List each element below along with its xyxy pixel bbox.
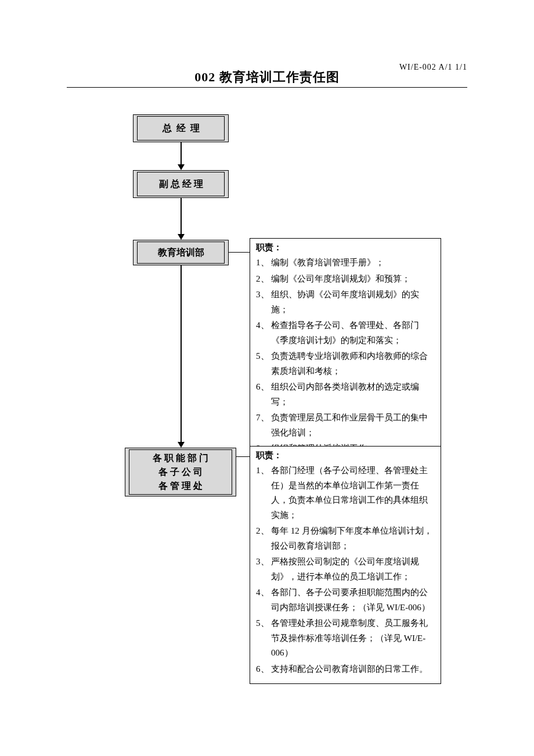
desc-item: 5、负责选聘专业培训教师和内培教师的综合素质培训和考核； — [256, 349, 435, 379]
svg-marker-5 — [178, 442, 185, 448]
desc-box-dept: 职责： 1、各部门经理（各子公司经理、各管理处主任）是当然的本单位培训工作第一责… — [250, 446, 441, 684]
desc-item: 6、支持和配合公司教育培训部的日常工作。 — [256, 662, 435, 677]
desc-item: 6、组织公司内部各类培训教材的选定或编写； — [256, 380, 435, 409]
arrow-down-icon — [178, 142, 185, 170]
desc-item-number: 3、 — [256, 287, 271, 317]
desc-item-number: 1、 — [256, 255, 271, 271]
desc-item-text: 每年 12 月份编制下年度本单位培训计划，报公司教育培训部； — [271, 524, 435, 553]
desc-item-text: 严格按照公司制定的《公司年度培训规划》，进行本单位的员工培训工作； — [271, 555, 435, 584]
node-education-dept: 教育培训部 — [133, 240, 229, 265]
flow-canvas: 总 经 理 副 总 经 理 教育培训部 职责： 1、编制《教育培训管理手册》；2… — [0, 87, 534, 668]
desc-item: 7、负责管理层员工和作业层骨干员工的集中强化培训； — [256, 411, 435, 440]
desc-item: 4、检查指导各子公司、各管理处、各部门《季度培训计划》的制定和落实； — [256, 318, 435, 348]
connector-line — [236, 456, 250, 457]
page-title: 002 教育培训工作责任图 — [194, 70, 340, 84]
arrow-down-icon — [178, 265, 185, 448]
desc-item-text: 各管理处承担公司规章制度、员工服务礼节及操作标准等培训任务；（详见 WI/E-0… — [271, 616, 435, 661]
desc-item-number: 5、 — [256, 349, 271, 379]
desc-box-edu: 职责： 1、编制《教育培训管理手册》；2、编制《公司年度培训规划》和预算；3、组… — [250, 238, 441, 480]
desc-item: 2、每年 12 月份编制下年度本单位培训计划，报公司教育培训部； — [256, 524, 435, 553]
desc-item: 4、各部门、各子公司要承担职能范围内的公司内部培训授课任务；（详见 WI/E-0… — [256, 585, 435, 615]
node-departments: 各 职 能 部 门 各 子 公 司 各 管 理 处 — [125, 448, 236, 496]
node-general-manager: 总 经 理 — [133, 114, 229, 142]
desc-item-text: 各部门经理（各子公司经理、各管理处主任）是当然的本单位培训工作第一责任人，负责本… — [271, 463, 435, 523]
desc-item-number: 1、 — [256, 463, 271, 523]
desc-list-edu: 1、编制《教育培训管理手册》；2、编制《公司年度培训规划》和预算；3、组织、协调… — [256, 255, 435, 472]
desc-item-text: 组织、协调《公司年度培训规划》的实施； — [271, 287, 435, 317]
desc-item: 2、编制《公司年度培训规划》和预算； — [256, 272, 435, 287]
desc-item-number: 4、 — [256, 585, 271, 615]
desc-item-text: 编制《公司年度培训规划》和预算； — [271, 272, 435, 287]
node-label: 总 经 理 — [137, 116, 225, 141]
desc-item: 3、严格按照公司制定的《公司年度培训规划》，进行本单位的员工培训工作； — [256, 555, 435, 584]
svg-marker-3 — [178, 234, 185, 240]
title-rule: 002 教育培训工作责任图 — [67, 69, 467, 88]
node-deputy-gm: 副 总 经 理 — [133, 170, 229, 198]
desc-item-number: 6、 — [256, 662, 271, 677]
desc-item-number: 2、 — [256, 272, 271, 287]
desc-list-dept: 1、各部门经理（各子公司经理、各管理处主任）是当然的本单位培训工作第一责任人，负… — [256, 463, 435, 676]
desc-title: 职责： — [256, 242, 435, 253]
desc-item-text: 检查指导各子公司、各管理处、各部门《季度培训计划》的制定和落实； — [271, 318, 435, 348]
desc-item: 3、组织、协调《公司年度培训规划》的实施； — [256, 287, 435, 317]
arrow-down-icon — [178, 198, 185, 240]
desc-item-text: 组织公司内部各类培训教材的选定或编写； — [271, 380, 435, 409]
desc-item-number: 7、 — [256, 411, 271, 440]
desc-item-text: 各部门、各子公司要承担职能范围内的公司内部培训授课任务；（详见 WI/E-006… — [271, 585, 435, 615]
node-label: 各 职 能 部 门 各 子 公 司 各 管 理 处 — [129, 449, 232, 495]
desc-item: 5、各管理处承担公司规章制度、员工服务礼节及操作标准等培训任务；（详见 WI/E… — [256, 616, 435, 661]
desc-item-number: 3、 — [256, 555, 271, 584]
desc-item-text: 负责选聘专业培训教师和内培教师的综合素质培训和考核； — [271, 349, 435, 379]
connector-line — [229, 252, 250, 253]
desc-item: 1、编制《教育培训管理手册》； — [256, 255, 435, 271]
desc-item-number: 4、 — [256, 318, 271, 348]
desc-item-text: 负责管理层员工和作业层骨干员工的集中强化培训； — [271, 411, 435, 440]
desc-item-number: 5、 — [256, 616, 271, 661]
desc-item-number: 2、 — [256, 524, 271, 553]
svg-marker-1 — [178, 164, 185, 170]
desc-title: 职责： — [256, 450, 435, 461]
node-label: 副 总 经 理 — [137, 172, 225, 196]
node-label: 教育培训部 — [137, 242, 225, 264]
desc-item-text: 编制《教育培训管理手册》； — [271, 255, 435, 271]
desc-item-number: 6、 — [256, 380, 271, 409]
desc-item-text: 支持和配合公司教育培训部的日常工作。 — [271, 662, 435, 677]
desc-item: 1、各部门经理（各子公司经理、各管理处主任）是当然的本单位培训工作第一责任人，负… — [256, 463, 435, 523]
